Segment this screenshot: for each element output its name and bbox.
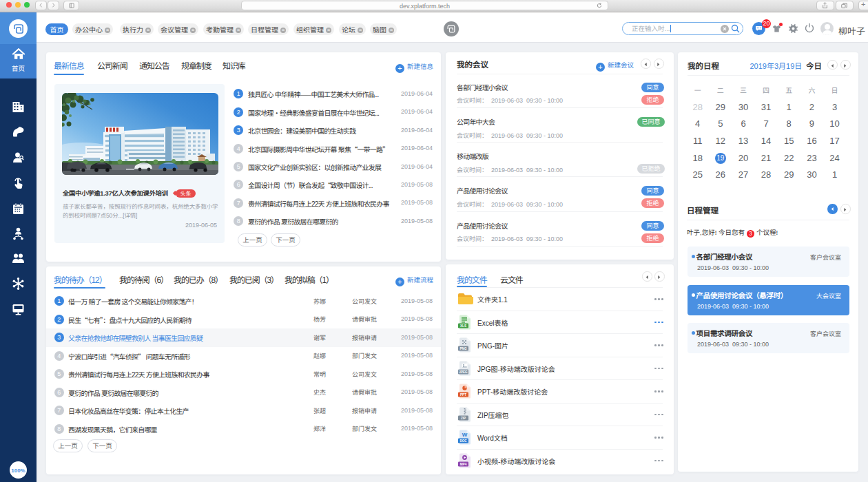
svg-text:PNG: PNG [460, 347, 467, 350]
svg-text:MP4: MP4 [460, 462, 467, 465]
svg-text:XLS: XLS [460, 324, 466, 327]
svg-text:DOC: DOC [459, 439, 467, 443]
svg-text:JPEG: JPEG [459, 370, 468, 373]
svg-text:PPT: PPT [460, 393, 466, 397]
svg-text:ZIP: ZIP [461, 416, 466, 419]
svg-text:W: W [462, 432, 468, 438]
